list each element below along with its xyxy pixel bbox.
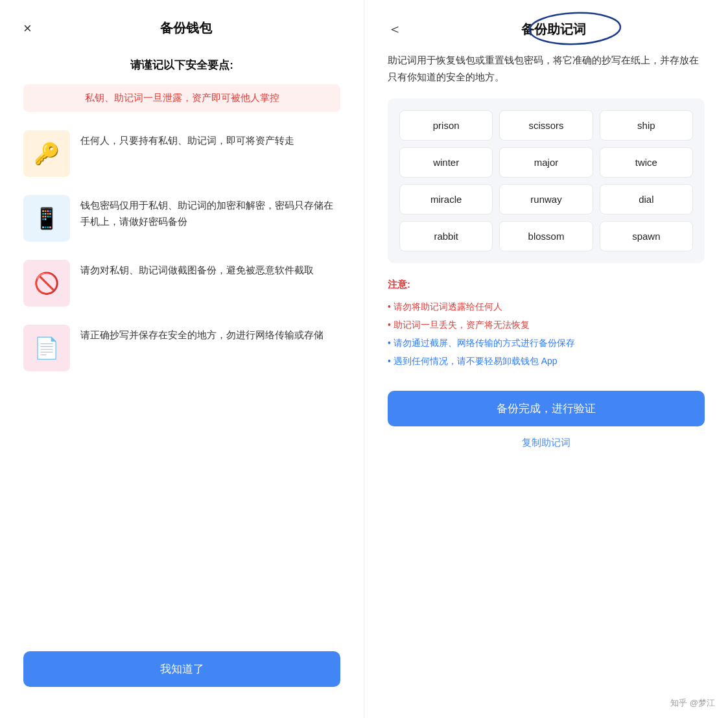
confirm-button[interactable]: 我知道了 — [23, 651, 340, 687]
notice-item-2: • 请勿通过截屏、网络传输的方式进行备份保存 — [388, 334, 705, 352]
warning-box: 私钥、助记词一旦泄露，资产即可被他人掌控 — [23, 84, 340, 112]
security-desc-3: 请正确抄写并保存在安全的地方，勿进行网络传输或存储 — [80, 325, 323, 343]
watermark: 知乎 @梦江 — [670, 697, 715, 709]
mnemonic-word-4: major — [499, 147, 593, 178]
left-panel: × 备份钱包 请谨记以下安全要点: 私钥、助记词一旦泄露，资产即可被他人掌控 🔑… — [0, 0, 364, 718]
mnemonic-word-0: prison — [399, 110, 493, 141]
copy-mnemonic-button[interactable]: 复制助记词 — [388, 437, 705, 449]
mnemonic-word-6: miracle — [399, 184, 493, 214]
left-title: 备份钱包 — [32, 19, 340, 37]
warning-text: 私钥、助记词一旦泄露，资产即可被他人掌控 — [85, 92, 279, 103]
mnemonic-word-9: rabbit — [399, 221, 493, 251]
notice-item-0: • 请勿将助记词透露给任何人 — [388, 297, 705, 316]
security-items-container: 🔑 任何人，只要持有私钥、助记词，即可将资产转走 📱 钱包密码仅用于私钥、助记词… — [23, 130, 340, 371]
mnemonic-word-5: twice — [600, 147, 693, 178]
right-header: ＜ 备份助记词 — [388, 19, 705, 39]
right-desc: 助记词用于恢复钱包或重置钱包密码，将它准确的抄写在纸上，并存放在只有你知道的安全… — [388, 52, 705, 86]
mnemonic-grid: prisonscissorsshipwintermajortwicemiracl… — [388, 98, 705, 263]
backup-verify-button[interactable]: 备份完成，进行验证 — [388, 391, 705, 426]
security-item-0: 🔑 任何人，只要持有私钥、助记词，即可将资产转走 — [23, 130, 340, 177]
notice-section: 注意: • 请勿将助记词透露给任何人• 助记词一旦丢失，资产将无法恢复• 请勿通… — [388, 279, 705, 370]
security-item-2: 🚫 请勿对私钥、助记词做截图备份，避免被恶意软件截取 — [23, 260, 340, 307]
mnemonic-word-10: blossom — [499, 221, 593, 251]
mnemonic-word-3: winter — [399, 147, 493, 178]
security-desc-1: 钱包密码仅用于私钥、助记词的加密和解密，密码只存储在手机上，请做好密码备份 — [80, 195, 340, 229]
notice-items-container: • 请勿将助记词透露给任何人• 助记词一旦丢失，资产将无法恢复• 请勿通过截屏、… — [388, 297, 705, 370]
mnemonic-word-2: ship — [600, 110, 693, 141]
security-item-1: 📱 钱包密码仅用于私钥、助记词的加密和解密，密码只存储在手机上，请做好密码备份 — [23, 195, 340, 242]
mnemonic-word-11: spawn — [600, 221, 693, 251]
mnemonic-word-1: scissors — [499, 110, 593, 141]
notice-title: 注意: — [388, 279, 705, 291]
left-subtitle: 请谨记以下安全要点: — [23, 58, 340, 73]
svg-point-0 — [529, 11, 621, 45]
left-header: × 备份钱包 — [23, 19, 340, 37]
notice-item-3: • 遇到任何情况，请不要轻易卸载钱包 App — [388, 352, 705, 370]
mnemonic-word-8: dial — [600, 184, 693, 214]
security-icon-0: 🔑 — [23, 130, 70, 177]
notice-item-1: • 助记词一旦丢失，资产将无法恢复 — [388, 316, 705, 334]
security-desc-2: 请勿对私钥、助记词做截图备份，避免被恶意软件截取 — [80, 260, 314, 279]
security-item-3: 📄 请正确抄写并保存在安全的地方，勿进行网络传输或存储 — [23, 325, 340, 371]
right-title: 备份助记词 — [402, 21, 705, 38]
security-icon-1: 📱 — [23, 195, 70, 242]
security-icon-2: 🚫 — [23, 260, 70, 307]
security-icon-3: 📄 — [23, 325, 70, 371]
right-panel: ＜ 备份助记词 助记词用于恢复钱包或重置钱包密码，将它准确的抄写在纸上，并存放在… — [364, 0, 728, 718]
mnemonic-word-7: runway — [499, 184, 593, 214]
close-button[interactable]: × — [23, 20, 32, 37]
security-desc-0: 任何人，只要持有私钥、助记词，即可将资产转走 — [80, 130, 294, 149]
back-button[interactable]: ＜ — [388, 19, 402, 39]
